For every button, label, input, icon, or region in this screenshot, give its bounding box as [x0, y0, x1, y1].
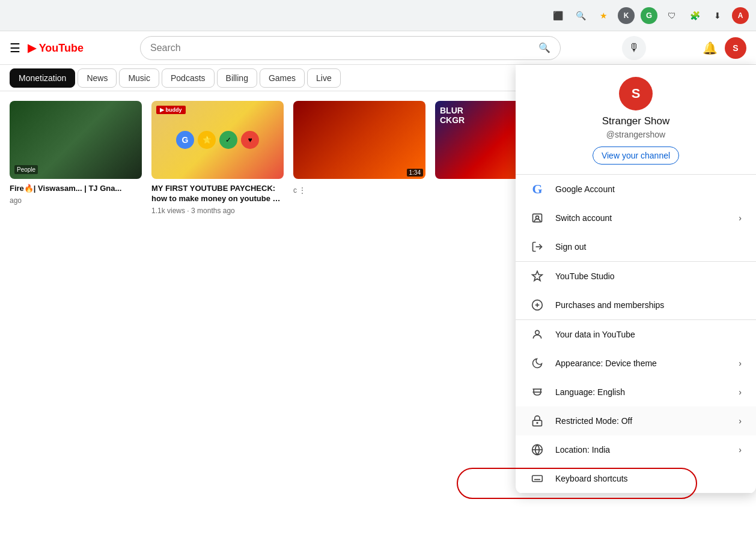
profile-name: Stranger Show	[602, 115, 669, 127]
appearance-arrow: ›	[739, 358, 742, 368]
youtube-studio-label: YouTube Studio	[555, 271, 742, 281]
youtube-studio-item[interactable]: YouTube Studio	[516, 262, 756, 291]
youtube-page: ☰ ▶ YouTube 🔍 🎙 🔔 S Monetization News Mu…	[0, 31, 756, 544]
svg-marker-3	[532, 271, 543, 281]
video-title-2: MY FIRST YOUTUBE PAYCHECK: how to make m…	[151, 184, 284, 204]
sign-out-item[interactable]: Sign out	[516, 232, 756, 261]
sign-out-label: Sign out	[555, 242, 742, 252]
sign-out-icon	[530, 240, 544, 254]
your-data-icon	[530, 327, 544, 342]
youtube-studio-icon	[530, 269, 544, 283]
tab-podcasts[interactable]: Podcasts	[162, 68, 215, 88]
profile-handle: @strangershow	[606, 130, 665, 139]
account-dropdown: S Stranger Show @strangershow View your …	[516, 65, 756, 494]
tab-live[interactable]: Live	[307, 68, 341, 88]
shield-icon[interactable]: 🛡	[663, 7, 680, 24]
download-icon[interactable]: ⬇	[709, 7, 726, 24]
video-card-3[interactable]: 1:34 c ⋮	[293, 101, 425, 534]
appearance-label: Appearance: Device theme	[555, 358, 728, 368]
video-meta-2: 1.1k views · 3 months ago	[151, 207, 284, 215]
g-browser-icon[interactable]: G	[641, 7, 657, 24]
extensions-icon[interactable]: 🧩	[686, 7, 703, 24]
svg-point-7	[535, 330, 540, 334]
studio-section: YouTube Studio Purchases and memberships	[516, 262, 756, 320]
video-card-1[interactable]: People Fire🔥| Viswasam... | TJ Gna... ag…	[10, 101, 142, 534]
tab-billing[interactable]: Billing	[217, 68, 257, 88]
tab-music[interactable]: Music	[119, 68, 159, 88]
user-avatar-button[interactable]: S	[725, 37, 746, 59]
svg-rect-14	[532, 476, 543, 482]
keyboard-shortcuts-label: Keyboard shortcuts	[555, 474, 742, 483]
switch-account-item[interactable]: Switch account ›	[516, 204, 756, 232]
video-title-1: Fire🔥| Viswasam... | TJ Gna...	[10, 184, 142, 194]
switch-account-label: Switch account	[555, 213, 728, 223]
language-item[interactable]: Language: English ›	[516, 378, 756, 406]
yt-header: ☰ ▶ YouTube 🔍 🎙 🔔 S	[0, 31, 756, 65]
video-info-1: Fire🔥| Viswasam... | TJ Gna... ago	[10, 184, 142, 205]
language-arrow: ›	[739, 387, 742, 397]
search-input[interactable]	[150, 43, 538, 53]
google-account-icon: G	[530, 182, 544, 196]
google-account-item[interactable]: G Google Account	[516, 175, 756, 204]
restricted-mode-icon	[530, 414, 544, 428]
appearance-icon	[530, 356, 544, 370]
location-label: Location: India	[555, 445, 728, 455]
k-icon[interactable]: K	[618, 7, 635, 24]
video-thumbnail-1: People	[10, 101, 142, 179]
video-card-2[interactable]: ▶ buddy G ⭐ ✓ ♥ MY FIRST YOUTUBE PAYCHEC…	[151, 101, 284, 534]
search-container: 🔍	[140, 36, 561, 60]
switch-account-icon	[530, 211, 544, 225]
language-icon	[530, 385, 544, 399]
restricted-mode-arrow: ›	[739, 416, 742, 426]
video-info-3: c ⋮	[293, 184, 425, 195]
video-thumbnail-3: 1:34	[293, 101, 425, 179]
your-data-label: Your data in YouTube	[555, 330, 742, 339]
language-label: Language: English	[555, 387, 728, 397]
tab-news[interactable]: News	[78, 68, 117, 88]
purchases-icon	[530, 298, 544, 312]
keyboard-shortcuts-icon	[530, 471, 544, 486]
restricted-mode-item[interactable]: Restricted Mode: Off ›	[516, 406, 756, 435]
account-section: G Google Account Switch account ›	[516, 175, 756, 262]
view-channel-link[interactable]: View your channel	[593, 147, 679, 165]
your-data-item[interactable]: Your data in YouTube	[516, 320, 756, 349]
location-arrow: ›	[739, 445, 742, 455]
appearance-item[interactable]: Appearance: Device theme ›	[516, 349, 756, 378]
search-submit-icon: 🔍	[538, 42, 550, 53]
browser-bar: ⬛ 🔍 ★ K G 🛡 🧩 ⬇ A	[0, 0, 756, 31]
switch-account-arrow: ›	[739, 213, 742, 223]
restricted-mode-label: Restricted Mode: Off	[555, 416, 728, 426]
video-info-2: MY FIRST YOUTUBE PAYCHECK: how to make m…	[151, 184, 284, 215]
tab-games[interactable]: Games	[260, 68, 305, 88]
video-meta-1: ago	[10, 196, 142, 205]
google-account-label: Google Account	[555, 184, 742, 194]
avast-icon[interactable]: A	[732, 7, 749, 24]
star-icon[interactable]: ★	[595, 7, 612, 24]
keyboard-shortcuts-item[interactable]: Keyboard shortcuts	[516, 464, 756, 493]
purchases-label: Purchases and memberships	[555, 300, 742, 310]
settings-section: Your data in YouTube Appearance: Device …	[516, 320, 756, 494]
cast-icon[interactable]: ⬛	[549, 7, 566, 24]
zoom-icon[interactable]: 🔍	[572, 7, 589, 24]
video-thumbnail-2: ▶ buddy G ⭐ ✓ ♥	[151, 101, 284, 179]
mic-button[interactable]: 🎙	[622, 36, 646, 60]
location-item[interactable]: Location: India ›	[516, 435, 756, 464]
avatar: S	[619, 77, 653, 110]
video-meta-3: c ⋮	[293, 186, 425, 195]
hamburger-icon[interactable]: ☰	[10, 41, 20, 55]
profile-header: S Stranger Show @strangershow View your …	[516, 65, 756, 175]
purchases-item[interactable]: Purchases and memberships	[516, 291, 756, 319]
yt-logo: ▶ YouTube	[28, 41, 84, 55]
browser-toolbar: ⬛ 🔍 ★ K G 🛡 🧩 ⬇ A	[549, 7, 749, 24]
svg-point-11	[537, 423, 538, 424]
tab-monetization[interactable]: Monetization	[10, 68, 75, 88]
location-icon	[530, 443, 544, 457]
notifications-icon[interactable]: 🔔	[703, 41, 718, 55]
